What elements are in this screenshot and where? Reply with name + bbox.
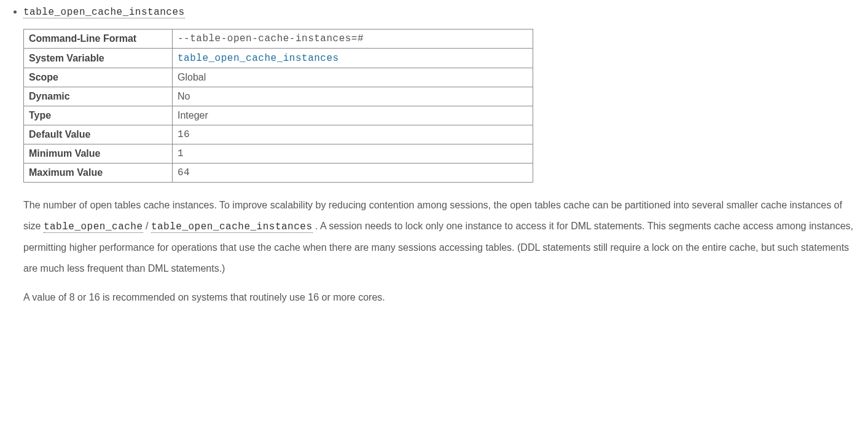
table-row: Command-Line Format--table-open-cache-in… [24, 30, 533, 49]
link-table-open-cache[interactable]: table_open_cache [44, 221, 143, 233]
variable-properties-table: Command-Line Format--table-open-cache-in… [23, 29, 533, 183]
table-row: ScopeGlobal [24, 68, 533, 87]
link-table-open-cache-instances[interactable]: table_open_cache_instances [151, 221, 313, 233]
property-value: No [173, 87, 533, 106]
property-label: Type [24, 106, 173, 125]
description-paragraph-2: A value of 8 or 16 is recommended on sys… [23, 287, 856, 308]
table-row: Default Value16 [24, 125, 533, 144]
variable-heading-link[interactable]: table_open_cache_instances [23, 7, 185, 18]
property-value: 1 [173, 144, 533, 164]
property-value: 64 [173, 164, 533, 183]
property-label: Minimum Value [24, 144, 173, 164]
table-row: TypeInteger [24, 106, 533, 125]
property-label: Command-Line Format [24, 30, 173, 49]
property-label: Default Value [24, 125, 173, 144]
property-value: table_open_cache_instances [173, 49, 533, 68]
table-row: System Variabletable_open_cache_instance… [24, 49, 533, 68]
property-value: Global [173, 68, 533, 87]
property-value: Integer [173, 106, 533, 125]
property-label: Maximum Value [24, 164, 173, 183]
table-row: Minimum Value1 [24, 144, 533, 164]
property-value-link[interactable]: table_open_cache_instances [178, 53, 339, 64]
description-paragraph-1: The number of open tables cache instance… [23, 195, 856, 278]
variable-details: Command-Line Format--table-open-cache-in… [23, 29, 856, 308]
property-value: --table-open-cache-instances=# [173, 30, 533, 49]
property-label: Scope [24, 68, 173, 87]
table-row: Maximum Value64 [24, 164, 533, 183]
property-value: 16 [173, 125, 533, 144]
desc-separator: / [146, 221, 151, 231]
property-label: Dynamic [24, 87, 173, 106]
property-label: System Variable [24, 49, 173, 68]
table-row: DynamicNo [24, 87, 533, 106]
